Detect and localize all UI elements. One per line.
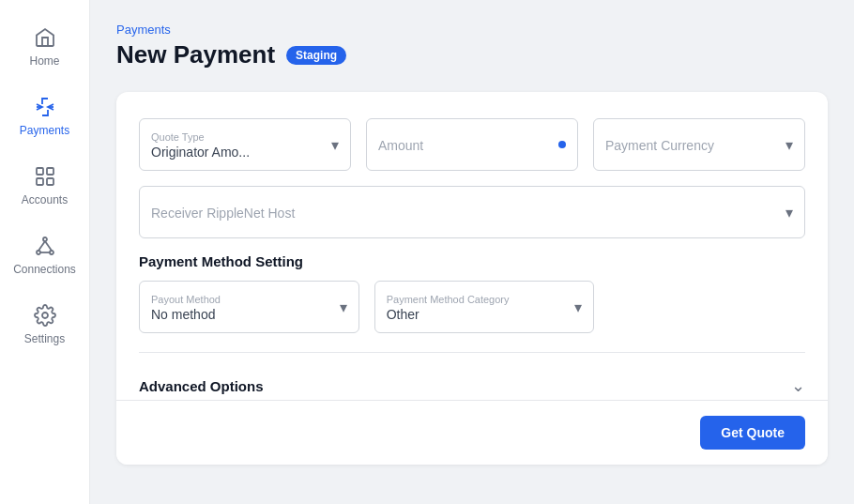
advanced-options-chevron-icon: ⌄ (791, 375, 805, 396)
svg-line-7 (38, 241, 45, 251)
main-content: Payments New Payment Staging Quote Type … (90, 0, 854, 504)
connections-icon (32, 233, 58, 259)
quote-type-chevron-icon: ▾ (331, 136, 339, 154)
settings-icon (32, 302, 58, 328)
divider (139, 352, 805, 353)
payment-method-category-field[interactable]: Payment Method Category Other ▾ (374, 281, 595, 333)
advanced-options-row[interactable]: Advanced Options ⌄ (139, 372, 805, 400)
svg-point-6 (50, 251, 53, 254)
sidebar-item-accounts[interactable]: Accounts (8, 154, 83, 216)
quote-type-field[interactable]: Quote Type Originator Amo... ▾ (139, 118, 351, 171)
spacer (609, 281, 805, 333)
amount-placeholder: Amount (378, 138, 566, 153)
quote-type-value: Originator Amo... (151, 145, 339, 160)
breadcrumb[interactable]: Payments (116, 23, 828, 37)
quote-type-label: Quote Type (151, 131, 339, 143)
receiver-ripplenet-host-placeholder: Receiver RippleNet Host (151, 206, 793, 221)
sidebar: Home Payments Accounts (0, 0, 90, 504)
payment-currency-chevron-icon: ▾ (785, 136, 793, 154)
payout-method-chevron-icon: ▾ (340, 298, 347, 316)
accounts-icon (32, 163, 58, 190)
svg-point-4 (43, 237, 47, 241)
payment-currency-field[interactable]: Payment Currency ▾ (593, 118, 805, 171)
sidebar-item-connections-label: Connections (13, 263, 76, 276)
payment-method-category-chevron-icon: ▾ (574, 298, 582, 316)
payout-method-value: No method (151, 307, 347, 322)
sidebar-item-connections[interactable]: Connections (8, 223, 83, 285)
amount-field[interactable]: Amount (366, 118, 578, 171)
sidebar-item-payments[interactable]: Payments (8, 84, 83, 146)
receiver-chevron-icon: ▾ (785, 204, 793, 221)
sidebar-item-home-label: Home (29, 54, 59, 68)
sidebar-item-settings[interactable]: Settings (8, 293, 83, 355)
payment-method-setting-title: Payment Method Setting (139, 253, 805, 269)
content-area: Payments New Payment Staging Quote Type … (90, 0, 854, 504)
amount-dot-indicator (558, 141, 566, 148)
sidebar-item-home[interactable]: Home (8, 15, 83, 77)
payment-method-category-value: Other (387, 307, 583, 322)
get-quote-button[interactable]: Get Quote (700, 416, 805, 450)
payment-form-card: Quote Type Originator Amo... ▾ Amount Pa… (116, 92, 828, 465)
svg-line-8 (45, 241, 52, 251)
svg-rect-1 (47, 168, 53, 175)
svg-rect-3 (47, 178, 53, 185)
form-row-1: Quote Type Originator Amo... ▾ Amount Pa… (139, 118, 805, 171)
payment-currency-placeholder: Payment Currency (605, 138, 793, 153)
svg-rect-0 (37, 168, 43, 175)
sidebar-item-settings-label: Settings (24, 332, 65, 345)
payout-method-label: Payout Method (151, 294, 347, 305)
payments-icon (32, 94, 58, 120)
payment-method-category-label: Payment Method Category (387, 294, 583, 305)
advanced-options-label: Advanced Options (139, 378, 264, 394)
svg-rect-2 (37, 178, 43, 185)
card-footer: Get Quote (116, 400, 828, 465)
home-icon (32, 24, 58, 51)
svg-point-5 (37, 251, 40, 254)
form-row-3: Payout Method No method ▾ Payment Method… (139, 281, 805, 333)
staging-badge: Staging (286, 46, 346, 65)
svg-point-10 (42, 313, 48, 318)
page-title: New Payment (116, 40, 275, 69)
sidebar-item-payments-label: Payments (20, 124, 69, 137)
form-row-2: Receiver RippleNet Host ▾ (139, 186, 805, 238)
page-header: New Payment Staging (116, 40, 828, 69)
receiver-ripplenet-host-field[interactable]: Receiver RippleNet Host ▾ (139, 186, 805, 238)
payout-method-field[interactable]: Payout Method No method ▾ (139, 281, 359, 333)
sidebar-item-accounts-label: Accounts (22, 193, 68, 206)
